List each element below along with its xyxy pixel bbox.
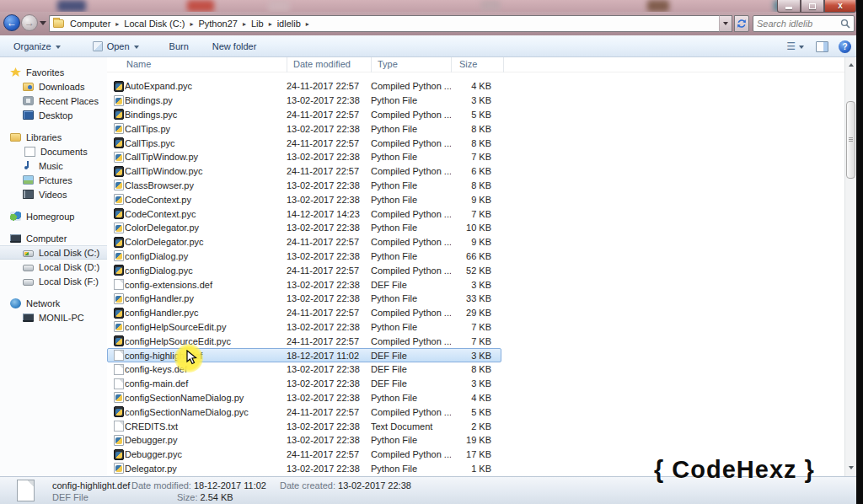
sidebar-section: FavoritesDownloadsRecent PlacesDesktop xyxy=(0,65,107,122)
sidebar-item-recent-places[interactable]: Recent Places xyxy=(0,94,107,108)
column-divider[interactable] xyxy=(451,57,452,72)
table-row[interactable]: configSectionNameDialog.pyc24-11-2017 22… xyxy=(107,405,501,419)
burn-button[interactable]: Burn xyxy=(161,37,197,56)
table-row[interactable]: ColorDelegator.py13-02-2017 22:38Python … xyxy=(107,221,501,235)
sidebar-item-monil-pc[interactable]: MONIL-PC xyxy=(0,310,107,324)
breadcrumb-separator-icon[interactable]: ▸ xyxy=(187,20,196,28)
table-row[interactable]: config-highlight.def18-12-2017 11:02DEF … xyxy=(107,348,501,362)
table-row[interactable]: AutoExpand.pyc24-11-2017 22:57Compiled P… xyxy=(107,79,501,94)
table-row[interactable]: configDialog.py13-02-2017 22:38Python Fi… xyxy=(107,249,501,264)
file-type: Python File xyxy=(371,251,451,261)
scroll-down-button[interactable] xyxy=(846,462,855,473)
file-date-modified: 14-12-2017 14:23 xyxy=(287,209,371,219)
maximize-button[interactable] xyxy=(801,0,824,13)
table-row[interactable]: configHelpSourceEdit.pyc24-11-2017 22:57… xyxy=(107,334,501,348)
scrollbar-thumb[interactable] xyxy=(846,101,855,179)
sidebar-item-network[interactable]: Network xyxy=(0,296,107,310)
document-icon xyxy=(114,421,124,432)
sidebar-item-pictures[interactable]: Pictures xyxy=(0,173,107,187)
refresh-button[interactable] xyxy=(734,15,749,32)
file-name: Bindings.pyc xyxy=(125,110,287,120)
file-size: 3 KB xyxy=(451,378,495,389)
table-row[interactable]: Bindings.pyc24-11-2017 22:57Compiled Pyt… xyxy=(107,108,501,122)
file-date-modified: 24-11-2017 22:57 xyxy=(287,407,371,417)
open-button[interactable]: Open xyxy=(84,37,147,56)
sidebar-item-documents[interactable]: Documents xyxy=(0,144,107,158)
column-header-type[interactable]: Type xyxy=(378,59,398,69)
sidebar-item-local-disk-d-[interactable]: Local Disk (D:) xyxy=(0,260,107,274)
file-type: Python File xyxy=(371,152,451,162)
table-row[interactable]: configHandler.pyc24-11-2017 22:57Compile… xyxy=(107,306,501,320)
history-dropdown-icon[interactable] xyxy=(40,21,46,25)
table-row[interactable]: config-extensions.def13-02-2017 22:38DEF… xyxy=(107,277,501,292)
sidebar-item-computer[interactable]: Computer xyxy=(0,231,107,245)
table-row[interactable]: config-keys.def13-02-2017 22:38DEF File8… xyxy=(107,362,501,377)
table-row[interactable]: CREDITS.txt13-02-2017 22:38Text Document… xyxy=(107,419,501,433)
breadcrumb-separator-icon[interactable]: ▸ xyxy=(240,20,249,28)
breadcrumb-segment[interactable]: Computer xyxy=(67,19,113,29)
file-size: 3 KB xyxy=(451,351,495,361)
column-header-name[interactable]: Name xyxy=(126,59,151,69)
search-input[interactable]: Search idlelib xyxy=(753,15,855,32)
breadcrumb-separator-icon[interactable]: ▸ xyxy=(266,20,275,28)
column-divider[interactable] xyxy=(503,57,504,72)
sidebar-item-downloads[interactable]: Downloads xyxy=(0,79,107,94)
table-row[interactable]: configSectionNameDialog.py13-02-2017 22:… xyxy=(107,391,501,405)
table-row[interactable]: CodeContext.py13-02-2017 22:38Python Fil… xyxy=(107,192,501,206)
table-row[interactable]: CallTipWindow.py13-02-2017 22:38Python F… xyxy=(107,150,501,164)
views-button[interactable]: ☰ xyxy=(785,37,806,56)
breadcrumb-separator-icon[interactable]: ▸ xyxy=(303,20,312,28)
column-header-size[interactable]: Size xyxy=(459,59,477,69)
date-modified-field: Date modified:18-12-2017 11:02 xyxy=(131,480,266,491)
table-row[interactable]: configDialog.pyc24-11-2017 22:57Compiled… xyxy=(107,263,501,277)
column-header-date-modified[interactable]: Date modified xyxy=(293,59,351,69)
address-dropdown-button[interactable] xyxy=(719,15,732,32)
column-divider[interactable] xyxy=(371,57,372,72)
search-icon[interactable] xyxy=(840,19,850,29)
breadcrumb-segment[interactable]: idlelib xyxy=(275,19,303,29)
help-button[interactable]: ? xyxy=(839,40,851,53)
sidebar-item-local-disk-c-[interactable]: Local Disk (C:) xyxy=(0,245,107,260)
table-row[interactable]: Debugger.pyc24-11-2017 22:57Compiled Pyt… xyxy=(107,448,501,462)
sidebar-item-desktop[interactable]: Desktop xyxy=(0,108,107,122)
table-row[interactable]: Delegator.py13-02-2017 22:38Python File1… xyxy=(107,462,501,476)
close-button[interactable]: x xyxy=(824,0,856,13)
file-size: 33 KB xyxy=(451,293,495,303)
sidebar-item-favorites[interactable]: Favorites xyxy=(0,65,107,79)
new-folder-button[interactable]: New folder xyxy=(204,37,265,56)
table-row[interactable]: CallTips.pyc24-11-2017 22:57Compiled Pyt… xyxy=(107,136,501,150)
sidebar-item-local-disk-f-[interactable]: Local Disk (F:) xyxy=(0,274,107,288)
table-row[interactable]: ClassBrowser.py13-02-2017 22:38Python Fi… xyxy=(107,179,501,193)
table-row[interactable]: ColorDelegator.pyc24-11-2017 22:57Compil… xyxy=(107,235,501,249)
table-row[interactable]: configHelpSourceEdit.py13-02-2017 22:38P… xyxy=(107,320,501,335)
forward-button[interactable]: → xyxy=(21,14,38,31)
table-row[interactable]: Bindings.py13-02-2017 22:38Python File3 … xyxy=(107,94,501,108)
breadcrumb-segment[interactable]: Python27 xyxy=(196,19,239,29)
table-row[interactable]: Debugger.py13-02-2017 22:38Python File19… xyxy=(107,433,501,448)
file-size: 66 KB xyxy=(451,251,495,261)
breadcrumb-segment[interactable]: Lib xyxy=(249,19,266,29)
table-row[interactable]: CodeContext.pyc14-12-2017 14:23Compiled … xyxy=(107,206,501,221)
sidebar-item-videos[interactable]: Videos xyxy=(0,187,107,201)
organize-button[interactable]: Organize xyxy=(5,37,69,56)
preview-pane-button[interactable] xyxy=(816,41,828,52)
scroll-up-button[interactable] xyxy=(846,59,855,70)
address-bar[interactable]: Computer▸Local Disk (C:)▸Python27▸Lib▸id… xyxy=(49,15,719,32)
table-row[interactable]: configHandler.py13-02-2017 22:38Python F… xyxy=(107,292,501,306)
breadcrumb-separator-icon[interactable]: ▸ xyxy=(113,20,121,28)
vertical-scrollbar[interactable] xyxy=(844,57,855,476)
sidebar-item-music[interactable]: Music xyxy=(0,158,107,173)
table-row[interactable]: CallTips.py13-02-2017 22:38Python File8 … xyxy=(107,121,501,136)
table-row[interactable]: config-main.def13-02-2017 22:38DEF File3… xyxy=(107,377,501,391)
sidebar-item-homegroup[interactable]: Homegroup xyxy=(0,209,107,223)
wallpaper-blob xyxy=(268,0,290,12)
file-type: Compiled Python ... xyxy=(371,308,451,318)
table-row[interactable]: CallTipWindow.pyc24-11-2017 22:57Compile… xyxy=(107,164,501,179)
minimize-button[interactable] xyxy=(777,0,801,13)
sidebar-item-label: Desktop xyxy=(39,110,72,121)
column-divider[interactable] xyxy=(287,57,287,72)
sidebar-item-libraries[interactable]: Libraries xyxy=(0,130,107,144)
back-button[interactable]: ← xyxy=(3,14,20,31)
file-size: 8 KB xyxy=(451,364,495,374)
breadcrumb-segment[interactable]: Local Disk (C:) xyxy=(121,19,187,29)
